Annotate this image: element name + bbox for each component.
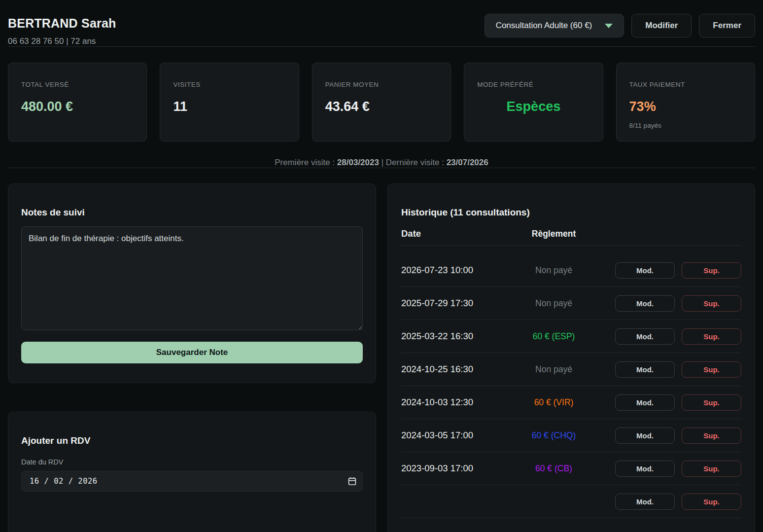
sup-button[interactable]: Sup. — [682, 461, 741, 477]
sup-button[interactable]: Sup. — [682, 262, 741, 279]
stat-sub: 8/11 payés — [629, 122, 742, 129]
stat-label: TOTAL VERSÉ — [21, 81, 134, 88]
patient-detail-page: BERTRAND Sarah 06 63 28 76 50 | 72 ans C… — [0, 0, 763, 532]
fermer-button[interactable]: Fermer — [699, 14, 755, 37]
row-date: 2025-03-22 16:30 — [401, 331, 529, 342]
mod-button[interactable]: Mod. — [615, 262, 675, 279]
visits-summary: Première visite : 28/03/2023 | Dernière … — [8, 158, 755, 168]
sup-button[interactable]: Sup. — [682, 295, 741, 312]
payment-status: 60 € (CHQ) — [529, 430, 579, 441]
mod-button[interactable]: Mod. — [615, 427, 675, 444]
rdv-date-input[interactable] — [21, 471, 363, 492]
payment-status: Non payé — [529, 298, 579, 309]
payment-status: 60 € (CB) — [529, 463, 579, 474]
consultation-select-value: Consultation Adulte (60 €) — [496, 21, 592, 31]
history-row: 2024-10-03 12:30 60 € (VIR) Mod. Sup. — [401, 386, 741, 419]
save-note-button[interactable]: Sauvegarder Note — [21, 342, 363, 363]
payment-status: 60 € (VIR) — [529, 397, 579, 408]
history-row: 2023-09-03 17:00 60 € (CB) Mod. Sup. — [401, 452, 741, 485]
history-title: Historique (11 consultations) — [401, 207, 741, 218]
history-row: 2024-10-25 16:30 Non payé Mod. Sup. — [401, 353, 741, 386]
top-actions: Consultation Adulte (60 €) Modifier Ferm… — [485, 14, 755, 37]
patient-name: BERTRAND Sarah — [8, 16, 116, 31]
stat-value: 43.64 € — [325, 99, 438, 114]
history-row: 2025-07-29 17:30 Non payé Mod. Sup. — [401, 287, 741, 320]
mod-button[interactable]: Mod. — [615, 394, 675, 411]
stat-value: 480.00 € — [21, 99, 134, 114]
stat-label: PANIER MOYEN — [325, 81, 438, 88]
row-date: 2024-10-03 12:30 — [401, 397, 529, 408]
rdv-title: Ajouter un RDV — [21, 435, 363, 446]
mod-button[interactable]: Mod. — [615, 361, 675, 378]
topbar: BERTRAND Sarah 06 63 28 76 50 | 72 ans C… — [8, 0, 755, 46]
stat-card: PANIER MOYEN 43.64 € — [312, 63, 451, 142]
stat-card: VISITES 11 — [160, 63, 299, 142]
rdv-date-field — [21, 471, 363, 492]
main-content: Notes de suivi Bilan de fin de thérapie … — [8, 183, 755, 532]
history-row: Mod. Sup. — [401, 485, 741, 518]
row-date: 2024-03-05 17:00 — [401, 430, 529, 441]
history-row: 2025-03-22 16:30 60 € (ESP) Mod. Sup. — [401, 320, 741, 353]
history-row: 2026-07-23 10:00 Non payé Mod. Sup. — [401, 246, 741, 287]
history-panel: Historique (11 consultations) Date Règle… — [387, 183, 755, 532]
payment-status: 60 € (ESP) — [529, 331, 579, 342]
stat-value: 11 — [173, 99, 285, 114]
calendar-icon[interactable] — [348, 477, 356, 486]
history-table-header: Date Règlement — [401, 228, 741, 246]
history-row: 2024-03-05 17:00 60 € (CHQ) Mod. Sup. — [401, 419, 741, 452]
stat-value: Espèces — [477, 99, 590, 114]
chevron-down-icon — [605, 24, 613, 28]
row-date: 2025-07-29 17:30 — [401, 298, 529, 309]
patient-meta: 06 63 28 76 50 | 72 ans — [8, 36, 116, 46]
visits-separator: | — [379, 158, 386, 167]
stat-value: 73% — [629, 99, 742, 114]
header-divider — [8, 46, 755, 47]
sup-button[interactable]: Sup. — [682, 427, 741, 444]
left-column: Notes de suivi Bilan de fin de thérapie … — [8, 183, 376, 532]
sup-button[interactable]: Sup. — [682, 328, 741, 345]
payment-status: Non payé — [529, 364, 579, 375]
row-date: 2024-10-25 16:30 — [401, 364, 529, 375]
row-date: 2023-09-03 17:00 — [401, 463, 529, 474]
history-col-payment: Règlement — [529, 229, 579, 239]
last-visit-date: 23/07/2026 — [447, 158, 488, 167]
history-table-body: 2026-07-23 10:00 Non payé Mod. Sup. 2025… — [401, 246, 741, 518]
notes-title: Notes de suivi — [21, 207, 363, 218]
sup-button[interactable]: Sup. — [682, 361, 741, 378]
modifier-button[interactable]: Modifier — [631, 14, 692, 37]
stats-row: TOTAL VERSÉ 480.00 € VISITES 11 PANIER M… — [8, 63, 755, 142]
last-visit-label: Dernière visite : — [386, 158, 447, 167]
first-visit-label: Première visite : — [275, 158, 337, 167]
mod-button[interactable]: Mod. — [615, 494, 675, 510]
sup-button[interactable]: Sup. — [682, 394, 741, 411]
mod-button[interactable]: Mod. — [615, 295, 675, 312]
notes-panel: Notes de suivi Bilan de fin de thérapie … — [8, 183, 376, 383]
stat-label: MODE PRÉFÉRÉ — [477, 81, 590, 88]
stat-label: VISITES — [173, 81, 285, 88]
row-date: 2026-07-23 10:00 — [401, 265, 529, 276]
sup-button[interactable]: Sup. — [682, 494, 741, 510]
notes-textarea[interactable]: Bilan de fin de thérapie : objectifs att… — [21, 226, 363, 330]
consultation-select[interactable]: Consultation Adulte (60 €) — [485, 14, 624, 37]
rdv-panel: Ajouter un RDV Date du RDV — [8, 412, 376, 532]
stat-label: TAUX PAIEMENT — [629, 81, 742, 88]
patient-header: BERTRAND Sarah 06 63 28 76 50 | 72 ans — [8, 13, 116, 46]
mod-button[interactable]: Mod. — [615, 328, 675, 345]
section-divider — [8, 168, 755, 168]
history-col-date: Date — [401, 228, 529, 239]
payment-status: Non payé — [529, 265, 579, 276]
rdv-date-label: Date du RDV — [21, 458, 363, 466]
first-visit-date: 28/03/2023 — [337, 158, 379, 167]
stat-card: TOTAL VERSÉ 480.00 € — [8, 63, 147, 142]
stat-card: TAUX PAIEMENT 73% 8/11 payés — [616, 63, 755, 142]
stat-card: MODE PRÉFÉRÉ Espèces — [464, 63, 603, 142]
mod-button[interactable]: Mod. — [615, 461, 675, 477]
